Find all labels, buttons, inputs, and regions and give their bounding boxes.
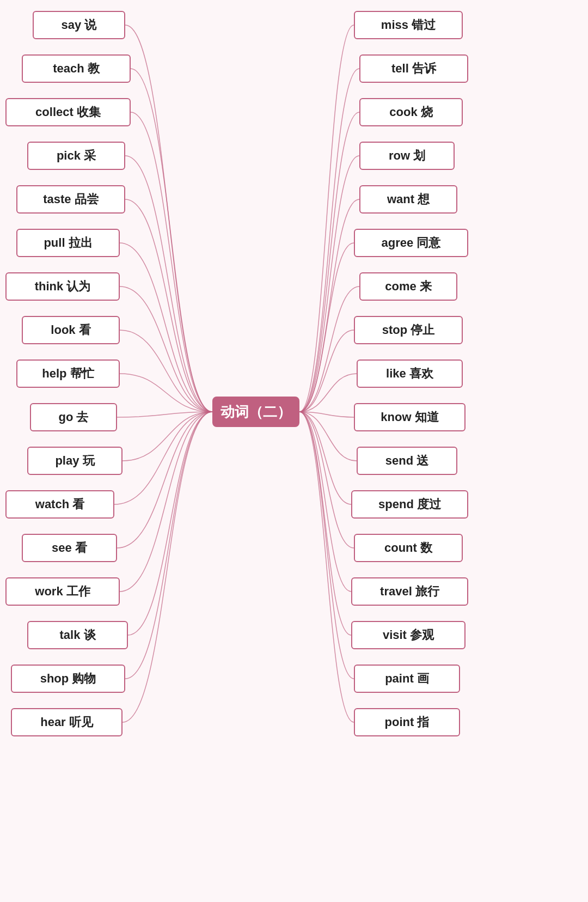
- left-node-collect: collect 收集: [5, 98, 131, 126]
- right-node-stop: stop 停止: [354, 316, 463, 344]
- right-node-count: count 数: [354, 534, 463, 562]
- left-node-help: help 帮忙: [16, 359, 120, 388]
- right-node-paint: paint 画: [354, 665, 460, 693]
- left-node-talk: talk 谈: [27, 621, 128, 649]
- left-node-see: see 看: [22, 534, 117, 562]
- center-node: 动词（二）: [212, 397, 299, 427]
- right-node-want: want 想: [359, 185, 457, 214]
- right-node-row: row 划: [359, 142, 455, 170]
- left-node-go: go 去: [30, 403, 117, 431]
- left-node-work: work 工作: [5, 577, 120, 606]
- left-node-think: think 认为: [5, 272, 120, 301]
- right-node-know: know 知道: [354, 403, 465, 431]
- right-node-spend: spend 度过: [351, 490, 468, 519]
- left-node-teach: teach 教: [22, 54, 131, 83]
- left-node-taste: taste 品尝: [16, 185, 125, 214]
- left-node-pull: pull 拉出: [16, 229, 120, 257]
- right-node-agree: agree 同意: [354, 229, 468, 257]
- right-node-travel: travel 旅行: [351, 577, 468, 606]
- right-node-tell: tell 告诉: [359, 54, 468, 83]
- right-node-come: come 来: [359, 272, 457, 301]
- right-node-like: like 喜欢: [357, 359, 463, 388]
- left-node-pick: pick 采: [27, 142, 125, 170]
- right-node-send: send 送: [357, 447, 457, 475]
- left-node-hear: hear 听见: [11, 708, 122, 736]
- mindmap-container: 动词（二）say 说teach 教collect 收集pick 采taste 品…: [0, 0, 588, 902]
- right-node-visit: visit 参观: [351, 621, 465, 649]
- left-node-say: say 说: [33, 11, 125, 39]
- left-node-look: look 看: [22, 316, 120, 344]
- left-node-watch: watch 看: [5, 490, 114, 519]
- right-node-point: point 指: [354, 708, 460, 736]
- left-node-shop: shop 购物: [11, 665, 125, 693]
- right-node-miss: miss 错过: [354, 11, 463, 39]
- left-node-play: play 玩: [27, 447, 122, 475]
- right-node-cook: cook 烧: [359, 98, 463, 126]
